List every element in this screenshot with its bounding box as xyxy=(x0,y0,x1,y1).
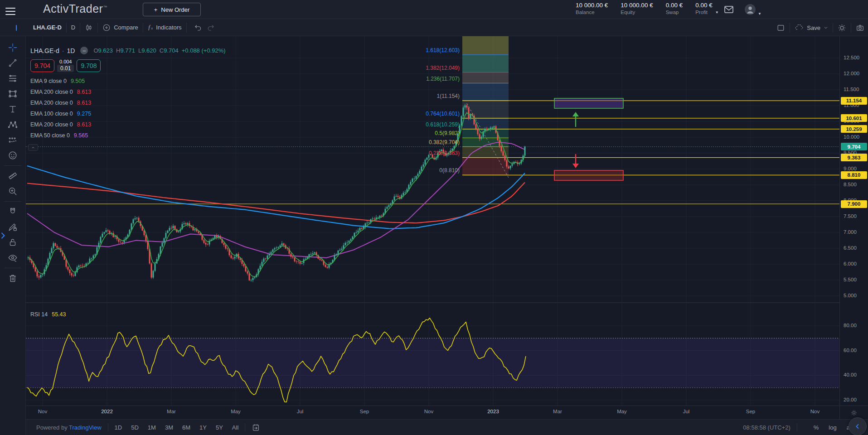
indicator-row[interactable]: EMA 200 close 08.613 xyxy=(30,119,226,130)
mail-icon[interactable] xyxy=(723,4,734,17)
header: ActivTrader™ + New Order 10 000.00 €Bala… xyxy=(0,0,868,19)
clock[interactable]: 08:58:58 (UTC+2) xyxy=(743,424,790,431)
stat-label: Swap xyxy=(666,10,683,15)
spread-display: 0.004 0.01 xyxy=(57,59,74,72)
save-cloud-icon xyxy=(795,23,804,32)
redo-button[interactable] xyxy=(207,24,215,32)
indicator-value: 8.613 xyxy=(77,121,91,128)
range-button-1m[interactable]: 1M xyxy=(148,424,156,431)
price-tick: 10.000 xyxy=(844,134,859,140)
gear-icon[interactable] xyxy=(838,24,846,32)
fib-level-label: 0.764(10.601) xyxy=(387,111,460,117)
time-tick: 2023 xyxy=(487,409,499,414)
indicator-value: 9.275 xyxy=(77,111,91,117)
caret-down-icon[interactable]: ▼ xyxy=(715,10,719,14)
indicators-button[interactable]: ƒx Indicators xyxy=(148,24,182,31)
menu-icon[interactable] xyxy=(5,5,15,14)
alert-price-badge[interactable]: 10.259 xyxy=(841,125,867,133)
drawing-lock-icon[interactable] xyxy=(4,219,21,235)
forecast-icon[interactable] xyxy=(4,132,21,148)
range-button-5d[interactable]: 5D xyxy=(131,424,139,431)
tradingview-link[interactable]: TradingView xyxy=(69,424,102,431)
current-price-badge[interactable]: 9.704 xyxy=(841,143,867,150)
save-button[interactable]: Save xyxy=(795,23,828,32)
fib-retracement-icon[interactable] xyxy=(4,71,21,86)
alert-price-badge[interactable]: 10.601 xyxy=(841,114,867,122)
scale-button-%[interactable]: % xyxy=(814,424,819,431)
time-tick: Jul xyxy=(683,409,690,414)
legend-separator: · xyxy=(62,47,64,54)
indicator-row[interactable]: EMA 200 close 08.613 xyxy=(30,97,226,108)
account-stat-swap: 0.00 €Swap xyxy=(666,2,683,15)
rsi-name[interactable]: RSI 14 xyxy=(30,311,48,318)
text-icon[interactable] xyxy=(4,102,21,117)
caret-down-icon[interactable]: ▼ xyxy=(758,12,761,16)
price-tick: 5.500 xyxy=(844,277,857,282)
ruler-icon[interactable] xyxy=(4,168,21,184)
hide-drawings-icon[interactable] xyxy=(4,250,21,266)
indicator-row[interactable]: EMA 200 close 08.613 xyxy=(30,87,226,97)
price-tick: 6.000 xyxy=(844,261,857,266)
user-avatar-icon[interactable] xyxy=(744,4,756,17)
camera-icon[interactable] xyxy=(856,24,864,32)
time-tick: Nov xyxy=(810,409,820,414)
alert-price-badge[interactable]: 9.363 xyxy=(841,154,867,161)
indicator-row[interactable]: EMA 100 close 09.275 xyxy=(30,108,226,119)
ohlc-value: 9.623 xyxy=(98,47,113,54)
powered-by: Powered by TradingView xyxy=(36,424,102,431)
indicator-row[interactable]: EMA 9 close 09.505 xyxy=(30,76,226,87)
symbol-selector[interactable]: LHA.GE-D xyxy=(33,24,62,31)
legend-symbol[interactable]: LHA.GE-d xyxy=(30,47,59,54)
compare-button[interactable]: Compare xyxy=(102,24,138,32)
alert-price-badge[interactable]: 11.154 xyxy=(841,97,867,105)
time-tick: May xyxy=(231,409,241,414)
fib-level-label: 0.5(9.982) xyxy=(387,130,460,136)
trend-line-icon[interactable] xyxy=(4,55,21,71)
axis-settings-corner[interactable] xyxy=(839,406,868,419)
buy-button[interactable]: 9.708 xyxy=(77,59,101,72)
sidebar-divider xyxy=(4,201,21,202)
emoji-icon[interactable] xyxy=(4,148,21,163)
shapes-icon[interactable] xyxy=(4,86,21,102)
legend-timeframe[interactable]: 1D xyxy=(67,47,75,54)
price-axis[interactable]: 12.50012.00011.50011.00010.50010.0009.50… xyxy=(839,36,868,419)
sidebar-divider xyxy=(4,268,21,268)
alert-price-badge[interactable]: 7.900 xyxy=(841,200,867,208)
candles-icon[interactable] xyxy=(85,24,93,32)
plus-icon: + xyxy=(154,6,158,13)
ohlc-item: H9.771 xyxy=(116,47,135,54)
range-button-6m[interactable]: 6M xyxy=(182,424,190,431)
time-tick: Mar xyxy=(167,409,176,414)
hide-series-button[interactable]: – xyxy=(80,47,88,54)
go-to-date-icon[interactable] xyxy=(252,423,260,432)
indicator-label: EMA 50 close 0 xyxy=(30,132,70,139)
range-button-3m[interactable]: 3M xyxy=(165,424,173,431)
stat-value: 0.00 € xyxy=(695,2,713,9)
alert-price-badge[interactable]: 8.810 xyxy=(841,171,867,179)
zoom-in-icon[interactable] xyxy=(4,184,21,199)
scale-button-log[interactable]: log xyxy=(829,424,836,431)
crosshair-icon[interactable] xyxy=(4,40,21,55)
legend-collapse-button[interactable] xyxy=(28,144,38,151)
indicator-row[interactable]: EMA 50 close 09.565 xyxy=(30,130,226,141)
range-button-5y[interactable]: 5Y xyxy=(216,424,223,431)
time-tick: Mar xyxy=(553,409,562,414)
new-order-button[interactable]: + New Order xyxy=(143,3,201,16)
expand-panel-chevron-icon[interactable] xyxy=(0,230,6,241)
undo-button[interactable] xyxy=(194,24,202,32)
range-button-1y[interactable]: 1Y xyxy=(199,424,207,431)
time-axis[interactable]: Nov2022MarMayJulSepNov2023MarMayJulSepNo… xyxy=(26,406,839,419)
range-button-1d[interactable]: 1D xyxy=(115,424,122,431)
sell-button[interactable]: 9.704 xyxy=(30,59,54,72)
xabcd-pattern-icon[interactable] xyxy=(4,117,21,132)
lock-all-icon[interactable] xyxy=(4,235,21,250)
compare-plus-icon xyxy=(102,24,111,32)
timeframe-selector[interactable]: D xyxy=(71,24,75,31)
remove-drawings-icon[interactable] xyxy=(4,271,21,286)
layout-icon[interactable] xyxy=(776,24,785,32)
indicator-label: EMA 9 close 0 xyxy=(30,78,67,84)
collapse-widget-button[interactable] xyxy=(849,417,867,435)
magnet-icon[interactable] xyxy=(4,204,21,219)
account-stat-equity: 10 000.00 €Equity xyxy=(621,2,653,15)
range-button-all[interactable]: All xyxy=(232,424,238,431)
